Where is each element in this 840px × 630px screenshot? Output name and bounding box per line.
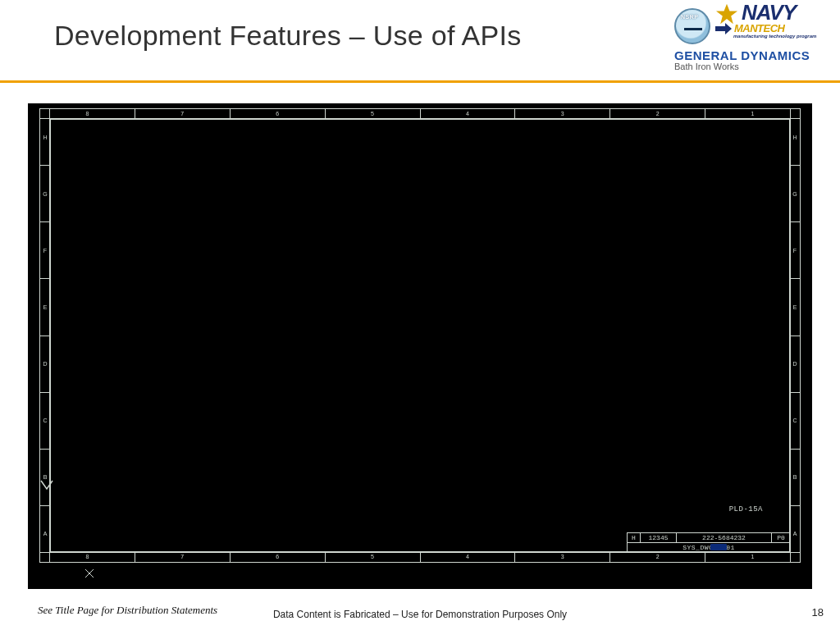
ruler-tick: 6 [231,109,326,119]
ruler-tick: E [40,279,50,336]
slide: Development Features – Use of APIs NAVY … [0,0,840,630]
general-dynamics-logo: GENERAL DYNAMICS Bath Iron Works [674,48,830,71]
ruler-tick: C [40,393,50,450]
tb-rev: P0 [772,533,790,542]
ruler-tick: 1 [705,109,800,119]
gd-subtitle: Bath Iron Works [674,62,830,71]
tb-doc-id: SYS_DWG-0001 [628,543,790,552]
ruler-tick: F [40,222,50,279]
ruler-left: HGFEDCBA [40,109,50,562]
ruler-tick: 3 [515,552,610,562]
ruler-tick: G [790,166,800,222]
page-title: Development Features – Use of APIs [54,20,522,52]
ruler-tick: H [40,109,50,166]
footer-fabricated-note: Data Content is Fabricated – Use for Dem… [0,609,840,620]
ruler-tick: G [40,166,50,222]
ruler-bottom: 87654321 [40,552,800,562]
ruler-tick: A [40,506,50,562]
tb-size: H [628,533,641,542]
mantech-wordmark: MANTECH [734,22,785,34]
ruler-tick: 3 [515,109,610,119]
ruler-tick: B [40,450,50,506]
ruler-tick: 5 [326,552,421,562]
nsrp-logo-icon [674,8,710,44]
header-divider [0,80,840,83]
ruler-tick: 4 [421,552,516,562]
ruler-top: 87654321 [40,109,800,119]
ruler-tick: 8 [40,109,135,119]
cursor-cross-icon [84,568,102,579]
ruler-tick: E [790,279,800,336]
slide-header: Development Features – Use of APIs NAVY … [0,0,840,80]
title-block-accent [710,544,727,550]
tb-dwg-no: 222-5684232 [677,533,772,542]
ruler-tick: 2 [610,552,705,562]
ruler-tick: H [790,109,800,166]
logo-cluster: NAVY MANTECH manufacturing technology pr… [674,3,830,77]
tb-cage: 12345 [641,533,677,542]
ruler-tick: 5 [326,109,421,119]
pld-label: PLD-15A [729,505,763,514]
gd-name: GENERAL DYNAMICS [674,48,830,62]
navy-mantech-logo: NAVY MANTECH manufacturing technology pr… [715,3,830,39]
ruler-tick: A [790,506,800,562]
drawing-title-block: H 12345 222-5684232 P0 SYS_DWG-0001 [627,532,791,553]
navy-wordmark: NAVY [742,3,796,21]
ruler-tick: 8 [40,552,135,562]
drawing-inner-border [50,119,790,552]
page-number: 18 [812,606,824,619]
star-icon [715,3,738,25]
orientation-arrow-icon [39,479,54,491]
ruler-tick: C [790,393,800,450]
drawing-sheet-border: 87654321 87654321 HGFEDCBA HGFEDCBA [39,108,801,563]
ruler-tick: B [790,450,800,506]
ruler-tick: D [40,336,50,393]
cad-drawing-panel: 87654321 87654321 HGFEDCBA HGFEDCBA PLD-… [28,103,812,589]
ruler-tick: 6 [231,552,326,562]
ruler-tick: 7 [135,109,231,119]
ruler-tick: 7 [135,552,231,562]
ruler-tick: D [790,336,800,393]
mantech-tagline: manufacturing technology program [733,34,830,39]
svg-marker-0 [716,4,737,24]
ruler-tick: F [790,222,800,279]
ruler-tick: 2 [610,109,705,119]
ruler-tick: 1 [705,552,800,562]
ruler-tick: 4 [421,109,516,119]
ruler-right: HGFEDCBA [790,109,800,562]
